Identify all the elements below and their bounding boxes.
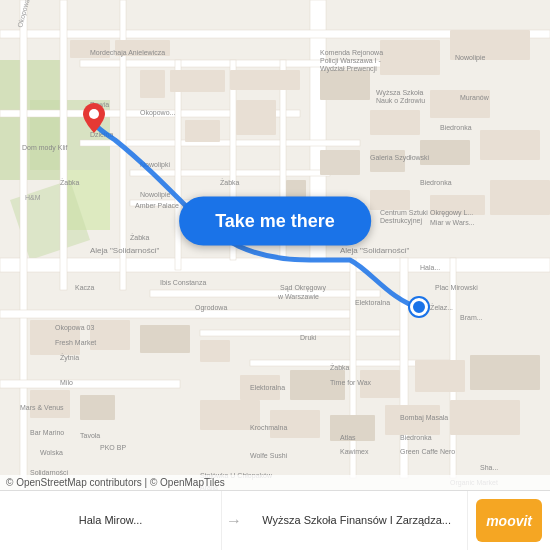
svg-rect-47 <box>490 180 550 215</box>
svg-text:Galeria Szydłowski: Galeria Szydłowski <box>370 154 430 162</box>
svg-text:Aleja "Solidarności": Aleja "Solidarności" <box>340 246 409 255</box>
svg-text:Kawimex: Kawimex <box>340 448 369 455</box>
origin-item[interactable]: Hala Mirow... <box>0 491 222 550</box>
svg-text:Wolfe Sushi: Wolfe Sushi <box>250 452 288 459</box>
svg-text:Atlas: Atlas <box>340 434 356 441</box>
svg-text:H&M: H&M <box>25 194 41 201</box>
svg-text:w Warszawie: w Warszawie <box>277 293 319 300</box>
svg-text:Okopowo...: Okopowo... <box>140 109 175 117</box>
map-attribution: © OpenStreetMap contributors | © OpenMap… <box>0 475 550 490</box>
svg-text:Miar w Wars...: Miar w Wars... <box>430 219 475 226</box>
svg-text:Druki: Druki <box>300 334 317 341</box>
svg-text:Żabka: Żabka <box>60 178 80 186</box>
svg-rect-32 <box>185 120 220 142</box>
svg-text:Plac Mirowski: Plac Mirowski <box>435 284 478 291</box>
svg-text:Biedronka: Biedronka <box>420 179 452 186</box>
svg-text:PKO BP: PKO BP <box>100 444 126 451</box>
svg-text:Biedronka: Biedronka <box>440 124 472 131</box>
map-background: Aleja "Solidarności" Aleja "Solidarności… <box>0 0 550 490</box>
svg-rect-45 <box>370 190 410 210</box>
svg-text:Nowolipki: Nowolipki <box>140 161 170 169</box>
destination-label: Wyższa Szkoła Finansów I Zarządza... <box>262 514 451 527</box>
svg-text:Aleja "Solidarności": Aleja "Solidarności" <box>90 246 159 255</box>
svg-rect-36 <box>380 40 440 75</box>
svg-text:Nowolipie: Nowolipie <box>140 191 170 199</box>
svg-text:Bombaj Masala: Bombaj Masala <box>400 414 448 422</box>
svg-text:Centrum Sztuki: Centrum Sztuki <box>380 209 428 216</box>
svg-rect-22 <box>150 290 380 297</box>
svg-rect-5 <box>0 258 550 272</box>
svg-text:Kacza: Kacza <box>75 284 95 291</box>
svg-rect-29 <box>140 70 165 98</box>
svg-text:Milo: Milo <box>60 379 73 386</box>
svg-text:Żabka: Żabka <box>330 363 350 371</box>
svg-text:Hala...: Hala... <box>420 264 440 271</box>
svg-text:Mordechaja Anielewicza: Mordechaja Anielewicza <box>90 49 165 57</box>
arrow-icon: → <box>222 491 246 550</box>
moovit-label: moovit <box>486 513 532 529</box>
svg-rect-63 <box>80 395 115 420</box>
svg-text:Wolska: Wolska <box>40 449 63 456</box>
svg-rect-25 <box>400 258 408 478</box>
svg-text:Bram...: Bram... <box>460 314 483 321</box>
origin-label: Hala Mirow... <box>79 514 143 527</box>
svg-rect-40 <box>320 150 360 175</box>
svg-text:Policji Warszawa I -: Policji Warszawa I - <box>320 57 381 65</box>
svg-text:Żabka: Żabka <box>220 178 240 186</box>
svg-text:Elektoralna: Elektoralna <box>355 299 390 306</box>
svg-text:Elektoralna: Elektoralna <box>250 384 285 391</box>
svg-text:Ibis Constanza: Ibis Constanza <box>160 279 206 286</box>
svg-text:Wyższa Szkoła: Wyższa Szkoła <box>376 89 424 97</box>
svg-text:Sąd Okręgowy: Sąd Okręgowy <box>280 284 326 292</box>
destination-item[interactable]: Wyższa Szkoła Finansów I Zarządza... <box>246 491 468 550</box>
svg-text:Dom mody Klif: Dom mody Klif <box>22 144 68 152</box>
svg-text:Mars & Venus: Mars & Venus <box>20 404 64 411</box>
svg-rect-43 <box>480 130 540 160</box>
svg-text:Fresh Market: Fresh Market <box>55 339 96 346</box>
svg-rect-21 <box>0 380 180 388</box>
take-me-there-button[interactable]: Take me there <box>179 196 371 245</box>
svg-rect-51 <box>200 340 230 362</box>
svg-text:Destrukcyjnej: Destrukcyjnej <box>380 217 422 225</box>
svg-text:Sha...: Sha... <box>480 464 498 471</box>
svg-rect-42 <box>420 140 470 165</box>
svg-text:Żabka: Żabka <box>130 233 150 241</box>
svg-text:Ogrodowa: Ogrodowa <box>195 304 227 312</box>
map-container[interactable]: Aleja "Solidarności" Aleja "Solidarności… <box>0 0 550 490</box>
svg-text:Bar Marino: Bar Marino <box>30 429 64 436</box>
svg-rect-31 <box>230 70 300 90</box>
svg-text:Okręgowy L...: Okręgowy L... <box>430 209 473 217</box>
svg-text:Tavola: Tavola <box>80 432 100 439</box>
svg-rect-14 <box>20 0 27 490</box>
svg-rect-61 <box>450 400 520 435</box>
svg-rect-38 <box>370 110 420 135</box>
svg-rect-35 <box>320 70 370 100</box>
svg-text:Żytnia: Żytnia <box>60 353 79 362</box>
svg-text:Okopowa 03: Okopowa 03 <box>55 324 94 332</box>
svg-text:Wydział Prewencji: Wydział Prewencji <box>320 65 377 73</box>
svg-rect-56 <box>470 355 540 390</box>
svg-rect-30 <box>170 70 225 92</box>
svg-text:Komenda Rejonowa: Komenda Rejonowa <box>320 49 383 57</box>
svg-text:Krochmalna: Krochmalna <box>250 424 287 431</box>
svg-text:Nauk o Zdrowiu: Nauk o Zdrowiu <box>376 97 425 104</box>
svg-rect-24 <box>350 258 356 478</box>
svg-rect-20 <box>0 310 350 318</box>
svg-text:Biedronka: Biedronka <box>400 434 432 441</box>
destination-marker <box>83 103 105 131</box>
svg-text:Nowolipiе: Nowolipiе <box>455 54 485 62</box>
svg-rect-55 <box>415 360 465 392</box>
svg-text:Time for Wax: Time for Wax <box>330 379 372 386</box>
svg-text:Amber Palace: Amber Palace <box>135 202 179 209</box>
origin-marker <box>410 298 428 316</box>
svg-rect-50 <box>140 325 190 353</box>
bottom-bar: Hala Mirow... → Wyższa Szkoła Finansów I… <box>0 490 550 550</box>
svg-point-128 <box>89 109 99 119</box>
moovit-logo: moovit <box>476 499 542 542</box>
svg-text:Muranów: Muranów <box>460 94 490 101</box>
svg-text:Green Caffe Nero: Green Caffe Nero <box>400 448 455 455</box>
svg-rect-33 <box>236 100 276 135</box>
